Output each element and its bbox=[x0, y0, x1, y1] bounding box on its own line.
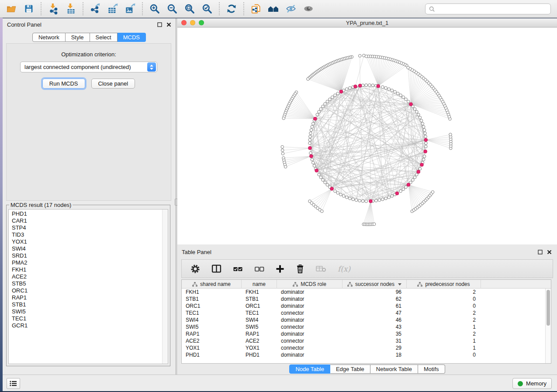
mcds-hub-node[interactable] bbox=[315, 169, 318, 172]
table-cell[interactable]: 0 bbox=[407, 303, 481, 309]
network-node[interactable] bbox=[309, 135, 312, 138]
mcds-hub-node[interactable] bbox=[409, 103, 413, 106]
network-node[interactable] bbox=[321, 210, 324, 213]
network-node[interactable] bbox=[324, 181, 327, 184]
mcds-hub-node[interactable] bbox=[369, 199, 373, 203]
network-node[interactable] bbox=[331, 96, 334, 99]
network-node[interactable] bbox=[352, 198, 355, 201]
table-row[interactable]: ORC1ORC1dominator610 bbox=[182, 303, 545, 309]
table-row[interactable]: TEC1TEC1connector472 bbox=[182, 309, 545, 316]
table-cell[interactable]: 1 bbox=[407, 344, 481, 351]
mcds-hub-node[interactable] bbox=[354, 85, 357, 88]
deselect-all-checkboxes-icon[interactable] bbox=[254, 266, 264, 272]
float-panel-icon[interactable] bbox=[157, 22, 162, 27]
float-table-panel-icon[interactable] bbox=[538, 250, 543, 254]
tab-mcds[interactable]: MCDS bbox=[118, 33, 146, 42]
table-cell[interactable]: PHD1 bbox=[182, 351, 242, 358]
table-cell[interactable]: STB1 bbox=[182, 296, 242, 303]
zoom-out-button[interactable] bbox=[163, 1, 181, 17]
table-cell[interactable]: FKH1 bbox=[242, 289, 277, 296]
network-node[interactable] bbox=[319, 176, 322, 179]
task-history-button[interactable] bbox=[7, 378, 20, 389]
network-node[interactable] bbox=[365, 200, 368, 203]
table-cell[interactable]: dominator bbox=[277, 303, 343, 309]
network-node[interactable] bbox=[424, 135, 427, 138]
network-node[interactable] bbox=[334, 189, 337, 193]
table-row[interactable]: FKH1FKH1dominator962 bbox=[182, 289, 545, 296]
table-cell[interactable]: FKH1 bbox=[182, 289, 242, 296]
select-all-checkboxes-icon[interactable] bbox=[233, 266, 243, 272]
network-node[interactable] bbox=[307, 78, 310, 81]
network-node[interactable] bbox=[365, 84, 368, 87]
export-network-button[interactable] bbox=[86, 1, 104, 17]
hide-selected-button[interactable] bbox=[282, 1, 300, 17]
network-node[interactable] bbox=[349, 86, 352, 89]
network-node[interactable] bbox=[449, 133, 452, 136]
network-node[interactable] bbox=[336, 192, 339, 195]
table-cell[interactable]: 46 bbox=[343, 316, 407, 323]
network-node[interactable] bbox=[311, 161, 315, 164]
mcds-result-item[interactable]: PMA2 bbox=[12, 259, 162, 266]
search-box[interactable] bbox=[425, 3, 551, 14]
network-node[interactable] bbox=[402, 96, 405, 99]
network-node[interactable] bbox=[361, 199, 364, 203]
table-cell[interactable]: dominator bbox=[277, 289, 343, 296]
network-node[interactable] bbox=[421, 122, 424, 125]
table-cell[interactable]: 43 bbox=[343, 323, 407, 330]
network-node[interactable] bbox=[326, 183, 329, 186]
tab-motifs[interactable]: Motifs bbox=[418, 364, 445, 374]
add-column-plus-icon[interactable] bbox=[276, 265, 284, 273]
network-node[interactable] bbox=[316, 113, 319, 116]
table-cell[interactable]: 47 bbox=[343, 309, 407, 316]
criterion-dropdown[interactable]: largest connected component (undirected) bbox=[20, 62, 157, 72]
export-table-button[interactable] bbox=[104, 1, 121, 17]
network-node[interactable] bbox=[318, 173, 321, 176]
table-cell[interactable]: RAP1 bbox=[182, 330, 242, 337]
mcds-hub-node[interactable] bbox=[358, 84, 362, 87]
network-node[interactable] bbox=[334, 94, 337, 97]
tab-network-table[interactable]: Network Table bbox=[370, 364, 418, 374]
close-panel-icon[interactable] bbox=[166, 22, 171, 27]
network-node[interactable] bbox=[423, 155, 426, 158]
table-cell[interactable]: 61 bbox=[343, 303, 407, 309]
network-node[interactable] bbox=[387, 88, 391, 91]
network-node[interactable] bbox=[391, 89, 394, 92]
table-cell[interactable]: 31 bbox=[343, 337, 407, 344]
refresh-button[interactable] bbox=[223, 1, 240, 17]
zoom-selected-button[interactable] bbox=[198, 1, 216, 17]
network-node[interactable] bbox=[281, 145, 284, 148]
run-mcds-button[interactable]: Run MCDS bbox=[42, 79, 85, 89]
table-cell[interactable]: connector bbox=[277, 309, 343, 316]
tab-select[interactable]: Select bbox=[90, 33, 118, 42]
table-cell[interactable]: 0 bbox=[407, 296, 481, 303]
first-neighbors-button[interactable] bbox=[265, 1, 282, 17]
network-node[interactable] bbox=[310, 129, 313, 132]
network-node[interactable] bbox=[415, 173, 419, 176]
network-node[interactable] bbox=[415, 110, 419, 113]
table-cell[interactable]: 2 bbox=[407, 309, 481, 316]
network-node[interactable] bbox=[413, 176, 416, 179]
mcds-result-item[interactable]: YOX1 bbox=[12, 238, 162, 245]
column-header-MCDS-role[interactable]: MCDS role bbox=[277, 280, 343, 289]
network-node[interactable] bbox=[345, 88, 348, 91]
table-cell[interactable]: dominator bbox=[277, 330, 343, 337]
mcds-hub-node[interactable] bbox=[330, 187, 334, 190]
network-node[interactable] bbox=[420, 119, 423, 122]
mcds-hub-node[interactable] bbox=[377, 84, 380, 88]
export-image-button[interactable] bbox=[121, 1, 139, 17]
column-header-predecessor-nodes[interactable]: predecessor nodes bbox=[407, 280, 481, 289]
table-cell[interactable]: ORC1 bbox=[182, 303, 242, 309]
network-canvas[interactable] bbox=[177, 28, 557, 244]
network-node[interactable] bbox=[399, 94, 402, 97]
network-node[interactable] bbox=[311, 158, 314, 161]
mcds-hub-node[interactable] bbox=[424, 138, 428, 142]
mcds-result-item[interactable]: SWI4 bbox=[12, 245, 162, 252]
search-input[interactable] bbox=[438, 6, 547, 12]
column-layout-icon[interactable] bbox=[211, 264, 221, 273]
mcds-result-item[interactable]: ACE2 bbox=[12, 273, 162, 280]
network-node[interactable] bbox=[324, 103, 327, 106]
table-cell[interactable]: 29 bbox=[343, 344, 407, 351]
mcds-hub-node[interactable] bbox=[407, 183, 410, 186]
table-cell[interactable]: ACE2 bbox=[242, 337, 277, 344]
network-node[interactable] bbox=[405, 98, 408, 101]
